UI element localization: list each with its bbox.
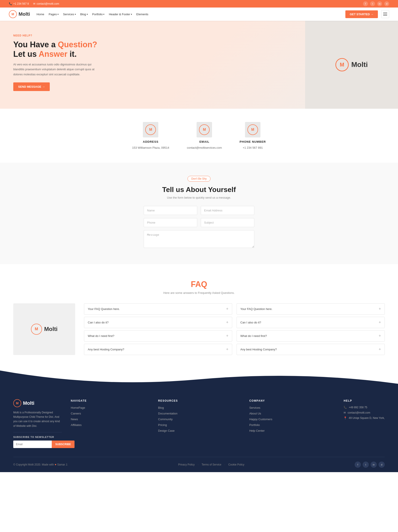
hero-logo: M Molti [335, 58, 368, 71]
nav-pages[interactable]: Pages ▾ [49, 13, 59, 16]
link-separator: · [198, 463, 198, 466]
cookie-policy-link[interactable]: Cookie Policy [228, 463, 244, 466]
faq-item[interactable]: Any best Hosting Company? + [237, 344, 385, 355]
address-card: M ADDRESS 153 Williamson Plaza, 09514 [132, 122, 169, 149]
list-item: Careers [71, 412, 87, 415]
name-input[interactable] [144, 206, 197, 215]
res-pricing[interactable]: Pricing [158, 423, 167, 427]
nav-elements[interactable]: Elements [137, 13, 148, 16]
message-textarea[interactable] [144, 230, 254, 248]
faq-item[interactable]: Any best Hosting Company? + [84, 344, 232, 355]
facebook-icon[interactable]: f [363, 1, 368, 6]
nav-careers[interactable]: Careers [71, 412, 81, 415]
faq-item[interactable]: Can I also do it? + [84, 317, 232, 328]
send-message-button[interactable]: SEND MESSAGE → [13, 82, 50, 91]
company-portfolio[interactable]: Portfolio [249, 423, 260, 427]
plus-icon: + [226, 307, 228, 311]
hamburger-line [383, 15, 387, 16]
plus-icon: + [378, 307, 381, 311]
dribbble-icon[interactable]: d [384, 1, 389, 6]
newsletter-input[interactable] [13, 441, 52, 448]
nav-header-footer[interactable]: Header & Footer ▾ [109, 13, 132, 16]
terms-link[interactable]: Terms of Service [202, 463, 221, 466]
faq-logo-icon: M [31, 324, 42, 335]
email-input[interactable] [201, 206, 254, 215]
twitter-icon[interactable]: t [370, 1, 375, 6]
navbar: M Molti Home Pages ▾ Services ▾ Blog ▾ P… [0, 7, 398, 21]
logo[interactable]: M Molti [9, 10, 30, 18]
help-email: ✉ contact@molti.com [344, 411, 385, 414]
contact-form [144, 206, 254, 248]
copyright: © Copyright Molti 2020. Made with ♥ Sama… [13, 463, 68, 466]
footer-logo: M Molti [13, 399, 62, 407]
address-label: ADDRESS [143, 140, 158, 143]
chevron-down-icon: ▾ [131, 13, 132, 15]
footer-divider [13, 432, 62, 432]
res-design-case[interactable]: Design Case [158, 429, 175, 432]
faq-header: FAQ Here are some answers to Frequently … [13, 280, 385, 294]
email-icon: ✉ [344, 411, 346, 414]
hamburger-line [383, 13, 387, 13]
nav-services[interactable]: Services ▾ [63, 13, 76, 16]
nav-homepage[interactable]: HomePage [71, 406, 85, 409]
list-item: 📍 49 Uniqe Square D, New York, [344, 417, 385, 419]
footer-col-heading: NAVIGATE [71, 399, 87, 402]
faq-item[interactable]: Your FAQ Question here. + [84, 303, 232, 315]
footer: M Molti Molti is a Professionally Design… [0, 388, 398, 472]
phone-input[interactable] [144, 218, 197, 227]
dont-be-shy-badge: Don't Be Shy [188, 176, 210, 182]
email-icon-box: M [196, 122, 212, 137]
list-item: Pricing [158, 423, 178, 427]
nav-blog[interactable]: Blog ▾ [80, 13, 88, 16]
list-item: Blog [158, 406, 178, 409]
nav-home[interactable]: Home [37, 13, 44, 16]
company-about[interactable]: About Us [249, 412, 261, 415]
faq-item[interactable]: What do I need first? + [237, 330, 385, 342]
list-item: Help Center [249, 429, 272, 432]
email-icon: M [199, 124, 210, 135]
phone-icon-box: M [245, 122, 261, 137]
faq-col-2: Your FAQ Question here. + Can I also do … [237, 303, 385, 355]
newsletter-form: SUBSCRIBE [13, 441, 62, 448]
list-item: Services [249, 406, 272, 409]
faq-item[interactable]: Can I also do it? + [237, 317, 385, 328]
subject-input[interactable] [201, 218, 254, 227]
plus-icon: + [226, 334, 228, 338]
hamburger-menu[interactable] [381, 10, 389, 18]
footer-col-heading: RESOURCES [158, 399, 178, 402]
footer-company-list: Services About Us Happy Customers Portfo… [249, 406, 272, 432]
top-bar-socials: f t in d [363, 1, 389, 6]
twitter-icon[interactable]: t [363, 462, 369, 468]
chevron-down-icon: ▾ [58, 13, 59, 15]
company-services[interactable]: Services [249, 406, 260, 409]
nav-affiliates[interactable]: Affiliates [71, 423, 82, 427]
res-documentation[interactable]: Documentation [158, 412, 177, 415]
nav-news[interactable]: News [71, 418, 78, 421]
dribbble-icon[interactable]: d [378, 462, 385, 468]
hero-description: At vero eos et accusamus iusto odio dign… [13, 62, 102, 77]
privacy-policy-link[interactable]: Privacy Policy [178, 463, 195, 466]
res-community[interactable]: Community [158, 418, 173, 421]
email-value: contact@moltiservices.com [187, 146, 222, 149]
footer-top: M Molti Molti is a Professionally Design… [13, 399, 385, 448]
nav-portfolio[interactable]: Portfolio ▾ [92, 13, 104, 16]
form-description: Use the form below to quickly send us a … [9, 196, 389, 199]
phone-icon: 📞 [344, 406, 347, 409]
list-item: News [71, 417, 87, 421]
footer-resources-list: Blog Documentation Community Pricing Des… [158, 406, 178, 432]
company-happy-customers[interactable]: Happy Customers [249, 418, 272, 421]
top-bar-phone: 📞 +1 234 567 8 [9, 2, 29, 5]
get-started-button[interactable]: GET STARTED → [345, 10, 378, 18]
instagram-icon[interactable]: in [371, 462, 377, 468]
facebook-icon[interactable]: f [355, 462, 361, 468]
top-bar: 📞 +1 234 567 8 ✉ contact@molti.com f t i… [0, 0, 398, 7]
faq-item[interactable]: What do I need first? + [84, 330, 232, 342]
help-phone: 📞 +49 892 358 75 [344, 406, 385, 409]
company-help-center[interactable]: Help Center [249, 429, 264, 432]
instagram-icon[interactable]: in [377, 1, 382, 6]
email-icon: ✉ [33, 2, 35, 5]
faq-item[interactable]: Your FAQ Question here. + [237, 303, 385, 315]
address-value: 153 Williamson Plaza, 09514 [132, 146, 169, 149]
res-blog[interactable]: Blog [158, 406, 164, 409]
footer-col-company: COMPANY Services About Us Happy Customer… [249, 399, 272, 448]
